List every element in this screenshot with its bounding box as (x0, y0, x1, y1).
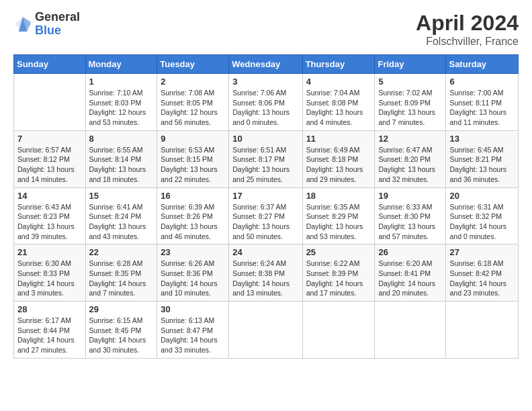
calendar-cell: 27Sunrise: 6:18 AM Sunset: 8:42 PM Dayli… (446, 244, 519, 302)
day-info: Sunrise: 6:43 AM Sunset: 8:23 PM Dayligh… (17, 202, 82, 242)
calendar-week-row: 21Sunrise: 6:30 AM Sunset: 8:33 PM Dayli… (14, 244, 519, 302)
calendar-cell: 30Sunrise: 6:13 AM Sunset: 8:47 PM Dayli… (157, 302, 229, 359)
calendar-cell: 19Sunrise: 6:33 AM Sunset: 8:30 PM Dayli… (375, 187, 446, 244)
calendar-cell: 26Sunrise: 6:20 AM Sunset: 8:41 PM Dayli… (375, 244, 446, 302)
calendar-cell: 2Sunrise: 7:08 AM Sunset: 8:05 PM Daylig… (157, 74, 229, 131)
header: General Blue April 2024 Folschviller, Fr… (13, 11, 519, 48)
day-info: Sunrise: 6:45 AM Sunset: 8:21 PM Dayligh… (449, 145, 515, 185)
calendar-cell (446, 302, 519, 359)
calendar-cell: 3Sunrise: 7:06 AM Sunset: 8:06 PM Daylig… (229, 74, 302, 131)
col-monday: Monday (85, 55, 157, 74)
day-number: 27 (449, 247, 515, 257)
day-info: Sunrise: 6:17 AM Sunset: 8:44 PM Dayligh… (17, 316, 82, 355)
day-info: Sunrise: 6:39 AM Sunset: 8:26 PM Dayligh… (161, 202, 225, 242)
day-info: Sunrise: 6:33 AM Sunset: 8:30 PM Dayligh… (378, 202, 442, 242)
calendar-cell: 15Sunrise: 6:41 AM Sunset: 8:24 PM Dayli… (85, 187, 157, 244)
calendar-cell: 28Sunrise: 6:17 AM Sunset: 8:44 PM Dayli… (14, 302, 86, 359)
day-number: 11 (306, 134, 371, 144)
day-number: 23 (161, 247, 225, 257)
logo-text: General Blue (35, 11, 80, 38)
day-info: Sunrise: 6:30 AM Sunset: 8:33 PM Dayligh… (17, 259, 82, 298)
day-number: 30 (161, 304, 225, 314)
title-block: April 2024 Folschviller, France (416, 11, 519, 48)
calendar-cell: 16Sunrise: 6:39 AM Sunset: 8:26 PM Dayli… (157, 187, 229, 244)
day-info: Sunrise: 7:10 AM Sunset: 8:03 PM Dayligh… (89, 88, 154, 128)
title-month: April 2024 (416, 11, 519, 36)
calendar-cell (375, 302, 446, 359)
title-location: Folschviller, France (416, 36, 519, 48)
calendar-cell: 23Sunrise: 6:26 AM Sunset: 8:36 PM Dayli… (157, 244, 229, 302)
day-info: Sunrise: 6:47 AM Sunset: 8:20 PM Dayligh… (378, 145, 442, 185)
day-number: 15 (89, 191, 154, 201)
day-info: Sunrise: 6:28 AM Sunset: 8:35 PM Dayligh… (89, 259, 154, 298)
calendar-week-row: 28Sunrise: 6:17 AM Sunset: 8:44 PM Dayli… (14, 302, 519, 359)
day-number: 29 (89, 304, 154, 314)
calendar-cell: 4Sunrise: 7:04 AM Sunset: 8:08 PM Daylig… (302, 74, 375, 131)
calendar-header-row: Sunday Monday Tuesday Wednesday Thursday… (14, 55, 519, 74)
day-info: Sunrise: 7:08 AM Sunset: 8:05 PM Dayligh… (161, 88, 225, 128)
day-number: 20 (449, 191, 515, 201)
calendar-cell: 6Sunrise: 7:00 AM Sunset: 8:11 PM Daylig… (446, 74, 519, 131)
col-saturday: Saturday (446, 55, 519, 74)
day-number: 12 (378, 134, 442, 144)
logo-general-text: General (35, 11, 80, 24)
day-info: Sunrise: 6:22 AM Sunset: 8:39 PM Dayligh… (306, 259, 371, 298)
calendar-cell (229, 302, 302, 359)
page: General Blue April 2024 Folschviller, Fr… (0, 0, 532, 411)
day-info: Sunrise: 6:35 AM Sunset: 8:29 PM Dayligh… (306, 202, 371, 242)
day-number: 17 (232, 191, 298, 201)
logo-icon (13, 15, 32, 34)
col-friday: Friday (375, 55, 446, 74)
day-number: 16 (161, 191, 225, 201)
calendar-cell (14, 74, 86, 131)
day-number: 25 (306, 247, 371, 257)
day-info: Sunrise: 7:02 AM Sunset: 8:09 PM Dayligh… (378, 88, 442, 128)
day-info: Sunrise: 6:20 AM Sunset: 8:41 PM Dayligh… (378, 259, 442, 298)
day-info: Sunrise: 6:53 AM Sunset: 8:15 PM Dayligh… (161, 145, 225, 185)
day-number: 19 (378, 191, 442, 201)
day-number: 1 (89, 77, 154, 87)
calendar-cell: 20Sunrise: 6:31 AM Sunset: 8:32 PM Dayli… (446, 187, 519, 244)
day-number: 24 (232, 247, 298, 257)
day-number: 6 (449, 77, 515, 87)
day-info: Sunrise: 6:18 AM Sunset: 8:42 PM Dayligh… (449, 259, 515, 298)
calendar-cell: 25Sunrise: 6:22 AM Sunset: 8:39 PM Dayli… (302, 244, 375, 302)
calendar-table: Sunday Monday Tuesday Wednesday Thursday… (13, 54, 519, 359)
day-number: 13 (449, 134, 515, 144)
day-info: Sunrise: 6:24 AM Sunset: 8:38 PM Dayligh… (232, 259, 298, 298)
day-info: Sunrise: 6:55 AM Sunset: 8:14 PM Dayligh… (89, 145, 154, 185)
calendar-cell: 13Sunrise: 6:45 AM Sunset: 8:21 PM Dayli… (446, 130, 519, 187)
day-number: 28 (17, 304, 82, 314)
day-number: 22 (89, 247, 154, 257)
calendar-cell: 8Sunrise: 6:55 AM Sunset: 8:14 PM Daylig… (85, 130, 157, 187)
calendar-cell: 11Sunrise: 6:49 AM Sunset: 8:18 PM Dayli… (302, 130, 375, 187)
day-info: Sunrise: 6:13 AM Sunset: 8:47 PM Dayligh… (161, 316, 225, 355)
calendar-cell (302, 302, 375, 359)
day-info: Sunrise: 7:06 AM Sunset: 8:06 PM Dayligh… (232, 88, 298, 128)
day-info: Sunrise: 6:26 AM Sunset: 8:36 PM Dayligh… (161, 259, 225, 298)
calendar-cell: 24Sunrise: 6:24 AM Sunset: 8:38 PM Dayli… (229, 244, 302, 302)
col-thursday: Thursday (302, 55, 375, 74)
day-number: 26 (378, 247, 442, 257)
day-info: Sunrise: 6:51 AM Sunset: 8:17 PM Dayligh… (232, 145, 298, 185)
day-info: Sunrise: 6:31 AM Sunset: 8:32 PM Dayligh… (449, 202, 515, 242)
day-info: Sunrise: 6:41 AM Sunset: 8:24 PM Dayligh… (89, 202, 154, 242)
day-number: 7 (17, 134, 82, 144)
calendar-week-row: 14Sunrise: 6:43 AM Sunset: 8:23 PM Dayli… (14, 187, 519, 244)
day-number: 2 (161, 77, 225, 87)
calendar-cell: 5Sunrise: 7:02 AM Sunset: 8:09 PM Daylig… (375, 74, 446, 131)
day-number: 21 (17, 247, 82, 257)
calendar-cell: 10Sunrise: 6:51 AM Sunset: 8:17 PM Dayli… (229, 130, 302, 187)
day-info: Sunrise: 6:49 AM Sunset: 8:18 PM Dayligh… (306, 145, 371, 185)
day-number: 9 (161, 134, 225, 144)
calendar-week-row: 1Sunrise: 7:10 AM Sunset: 8:03 PM Daylig… (14, 74, 519, 131)
day-number: 8 (89, 134, 154, 144)
day-info: Sunrise: 7:04 AM Sunset: 8:08 PM Dayligh… (306, 88, 371, 128)
day-number: 14 (17, 191, 82, 201)
day-number: 4 (306, 77, 371, 87)
calendar-cell: 7Sunrise: 6:57 AM Sunset: 8:12 PM Daylig… (14, 130, 86, 187)
calendar-cell: 9Sunrise: 6:53 AM Sunset: 8:15 PM Daylig… (157, 130, 229, 187)
calendar-cell: 18Sunrise: 6:35 AM Sunset: 8:29 PM Dayli… (302, 187, 375, 244)
calendar-cell: 17Sunrise: 6:37 AM Sunset: 8:27 PM Dayli… (229, 187, 302, 244)
col-wednesday: Wednesday (229, 55, 302, 74)
